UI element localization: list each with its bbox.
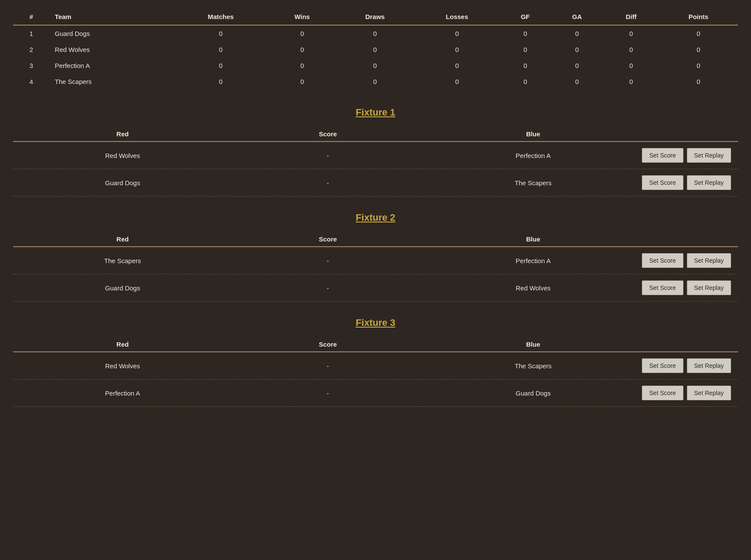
fixture-col-blue: Blue xyxy=(431,341,636,348)
stat-cell: 0 xyxy=(603,74,659,90)
standings-table: #TeamMatchesWinsDrawsLossesGFGADiffPoint… xyxy=(13,9,738,90)
set-replay-button[interactable]: Set Replay xyxy=(687,358,731,373)
set-score-button[interactable]: Set Score xyxy=(642,386,683,400)
stat-cell: 0 xyxy=(550,42,603,58)
rank-cell: 4 xyxy=(13,74,50,90)
standings-col-header-draws: Draws xyxy=(336,9,414,25)
stat-cell: 0 xyxy=(414,42,500,58)
match-blue-team: The Scapers xyxy=(431,179,636,187)
match-blue-team: Perfection A xyxy=(431,257,636,264)
stat-cell: 0 xyxy=(414,58,500,74)
stat-cell: 0 xyxy=(659,74,738,90)
fixture-section-3: Fixture 3RedScoreBlueRed Wolves-The Scap… xyxy=(13,317,738,407)
match-score: - xyxy=(225,362,431,370)
team-name-cell: Guard Dogs xyxy=(50,25,173,42)
rank-cell: 1 xyxy=(13,25,50,42)
team-name-cell: Red Wolves xyxy=(50,42,173,58)
set-score-button[interactable]: Set Score xyxy=(642,148,683,163)
set-score-button[interactable]: Set Score xyxy=(642,358,683,373)
stat-cell: 0 xyxy=(550,58,603,74)
stat-cell: 0 xyxy=(269,25,336,42)
match-red-team: Perfection A xyxy=(20,389,225,397)
match-blue-team: Red Wolves xyxy=(431,284,636,292)
stat-cell: 0 xyxy=(336,25,414,42)
fixture-col-score: Score xyxy=(225,235,431,243)
stat-cell: 0 xyxy=(173,74,269,90)
match-red-team: The Scapers xyxy=(20,257,225,264)
standings-col-header-diff: Diff xyxy=(603,9,659,25)
stat-cell: 0 xyxy=(500,42,550,58)
standings-col-header-wins: Wins xyxy=(269,9,336,25)
stat-cell: 0 xyxy=(659,42,738,58)
stat-cell: 0 xyxy=(173,42,269,58)
fixture-col-red: Red xyxy=(20,130,225,138)
stat-cell: 0 xyxy=(603,42,659,58)
set-replay-button[interactable]: Set Replay xyxy=(687,148,731,163)
stat-cell: 0 xyxy=(500,58,550,74)
fixture-col-score: Score xyxy=(225,341,431,348)
stat-cell: 0 xyxy=(336,74,414,90)
stat-cell: 0 xyxy=(659,58,738,74)
standings-col-header-#: # xyxy=(13,9,50,25)
standings-col-header-losses: Losses xyxy=(414,9,500,25)
stat-cell: 0 xyxy=(603,25,659,42)
stat-cell: 0 xyxy=(603,58,659,74)
match-score: - xyxy=(225,389,431,397)
fixture-title-3: Fixture 3 xyxy=(13,317,738,328)
stat-cell: 0 xyxy=(500,74,550,90)
stat-cell: 0 xyxy=(173,58,269,74)
set-replay-button[interactable]: Set Replay xyxy=(687,280,731,295)
stat-cell: 0 xyxy=(336,42,414,58)
match-red-team: Guard Dogs xyxy=(20,284,225,292)
stat-cell: 0 xyxy=(336,58,414,74)
set-replay-button[interactable]: Set Replay xyxy=(687,253,731,268)
fixture-col-blue: Blue xyxy=(431,130,636,138)
match-blue-team: Perfection A xyxy=(431,152,636,159)
stat-cell: 0 xyxy=(550,74,603,90)
fixture-match-row: Red Wolves-The ScapersSet ScoreSet Repla… xyxy=(13,352,738,380)
set-replay-button[interactable]: Set Replay xyxy=(687,386,731,400)
team-name-cell: Perfection A xyxy=(50,58,173,74)
match-actions: Set ScoreSet Replay xyxy=(636,358,731,373)
team-name-cell: The Scapers xyxy=(50,74,173,90)
match-red-team: Red Wolves xyxy=(20,152,225,159)
stat-cell: 0 xyxy=(269,74,336,90)
set-score-button[interactable]: Set Score xyxy=(642,280,683,295)
match-actions: Set ScoreSet Replay xyxy=(636,253,731,268)
standings-row: 3Perfection A00000000 xyxy=(13,58,738,74)
set-replay-button[interactable]: Set Replay xyxy=(687,175,731,190)
fixture-match-row: Guard Dogs-The ScapersSet ScoreSet Repla… xyxy=(13,169,738,196)
fixtures-container: Fixture 1RedScoreBlueRed Wolves-Perfecti… xyxy=(13,107,738,407)
match-score: - xyxy=(225,179,431,187)
fixture-match-row: Perfection A-Guard DogsSet ScoreSet Repl… xyxy=(13,380,738,407)
set-score-button[interactable]: Set Score xyxy=(642,175,683,190)
fixture-col-actions xyxy=(636,235,731,243)
standings-row: 4The Scapers00000000 xyxy=(13,74,738,90)
standings-header: #TeamMatchesWinsDrawsLossesGFGADiffPoint… xyxy=(13,9,738,25)
set-score-button[interactable]: Set Score xyxy=(642,253,683,268)
match-blue-team: Guard Dogs xyxy=(431,389,636,397)
fixture-col-red: Red xyxy=(20,341,225,348)
rank-cell: 3 xyxy=(13,58,50,74)
fixture-col-blue: Blue xyxy=(431,235,636,243)
fixture-col-actions xyxy=(636,341,731,348)
match-actions: Set ScoreSet Replay xyxy=(636,175,731,190)
standings-col-header-points: Points xyxy=(659,9,738,25)
standings-col-header-matches: Matches xyxy=(173,9,269,25)
stat-cell: 0 xyxy=(269,58,336,74)
standings-body: 1Guard Dogs000000002Red Wolves000000003P… xyxy=(13,25,738,90)
fixture-title-2: Fixture 2 xyxy=(13,212,738,223)
stat-cell: 0 xyxy=(500,25,550,42)
match-red-team: Red Wolves xyxy=(20,362,225,370)
fixture-title-1: Fixture 1 xyxy=(13,107,738,118)
stat-cell: 0 xyxy=(414,74,500,90)
fixture-col-red: Red xyxy=(20,235,225,243)
fixture-section-1: Fixture 1RedScoreBlueRed Wolves-Perfecti… xyxy=(13,107,738,196)
fixture-col-actions xyxy=(636,130,731,138)
stat-cell: 0 xyxy=(173,25,269,42)
fixture-match-row: Red Wolves-Perfection ASet ScoreSet Repl… xyxy=(13,142,738,169)
stat-cell: 0 xyxy=(269,42,336,58)
rank-cell: 2 xyxy=(13,42,50,58)
match-score: - xyxy=(225,257,431,264)
stat-cell: 0 xyxy=(550,25,603,42)
